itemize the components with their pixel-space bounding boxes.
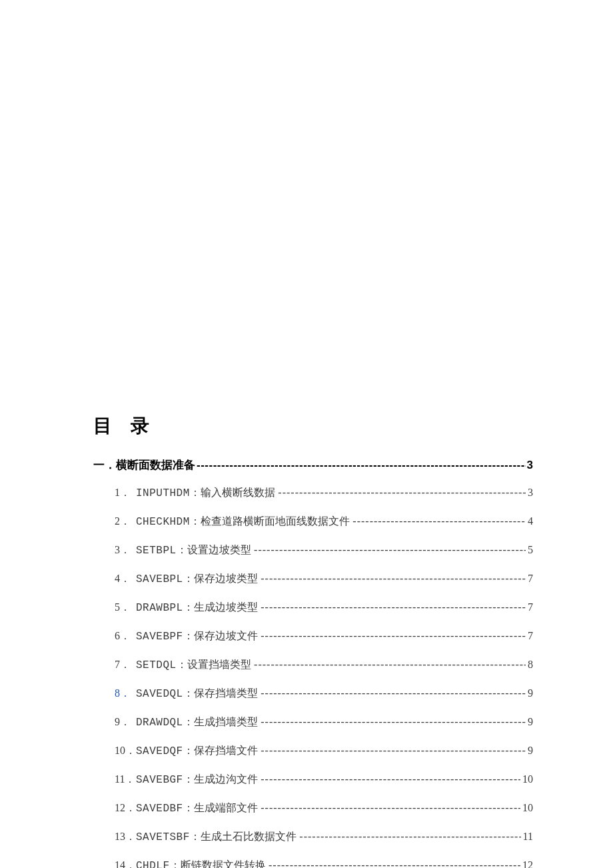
toc-item-description: 保存边坡类型 bbox=[194, 572, 258, 586]
toc-item-description: 保存挡墙文件 bbox=[194, 744, 258, 758]
toc-item-number: 7． bbox=[115, 658, 136, 672]
toc-item-command: SETBPL： bbox=[136, 543, 187, 557]
toc-item-number: 11． bbox=[115, 773, 136, 787]
toc-item-page: 5 bbox=[528, 544, 533, 556]
toc-item-command: SAVEDQF： bbox=[136, 744, 194, 758]
toc-item-row[interactable]: 3．SETBPL：设置边坡类型5 bbox=[115, 543, 533, 557]
toc-item-leader bbox=[254, 659, 526, 671]
toc-item-leader bbox=[278, 487, 526, 499]
toc-item-description: 保存边坡文件 bbox=[194, 629, 258, 643]
toc-item-page: 7 bbox=[528, 630, 533, 642]
toc-item-leader bbox=[261, 630, 526, 642]
toc-item-leader bbox=[352, 515, 526, 527]
toc-item-page: 8 bbox=[528, 659, 533, 671]
toc-item-description: 生成边坡类型 bbox=[194, 601, 258, 615]
toc-item-number: 5． bbox=[115, 601, 136, 615]
toc-item-number: 6． bbox=[115, 629, 136, 643]
toc-item-row[interactable]: 9．DRAWDQL：生成挡墙类型9 bbox=[115, 715, 533, 729]
toc-item-description: 设置边坡类型 bbox=[187, 543, 251, 557]
toc-item-command: SAVEBGF： bbox=[136, 773, 194, 787]
toc-title: 目录 bbox=[93, 413, 533, 439]
toc-item-page: 9 bbox=[528, 745, 533, 757]
toc-section-leader bbox=[197, 459, 526, 472]
toc-item-number: 9． bbox=[115, 715, 136, 729]
toc-section-row[interactable]: 一．横断面数据准备 3 bbox=[93, 457, 533, 473]
toc-section-page: 3 bbox=[527, 459, 533, 472]
toc-item-command: SETDQL： bbox=[136, 658, 187, 672]
toc-item-row[interactable]: 2．CHECKHDM：检查道路横断面地面线数据文件4 bbox=[115, 515, 533, 529]
toc-item-page: 4 bbox=[528, 515, 533, 527]
toc-item-command: CHECKHDM： bbox=[136, 515, 201, 529]
toc-item-leader bbox=[261, 802, 520, 814]
toc-item-number: 2． bbox=[115, 515, 136, 529]
toc-item-number: 12． bbox=[115, 801, 136, 815]
toc-item-page: 9 bbox=[528, 716, 533, 728]
toc-item-description: 生成挡墙类型 bbox=[194, 715, 258, 729]
page: 目录 一．横断面数据准备 3 1．INPUTHDM：输入横断线数据32．CHEC… bbox=[0, 0, 613, 868]
toc-item-leader bbox=[299, 831, 520, 843]
toc-item-row[interactable]: 6．SAVEBPF：保存边坡文件7 bbox=[115, 629, 533, 643]
toc-item-row[interactable]: 8．SAVEDQL：保存挡墙类型9 bbox=[115, 687, 533, 701]
toc-item-row[interactable]: 1．INPUTHDM：输入横断线数据3 bbox=[115, 486, 533, 500]
toc-item-page: 7 bbox=[528, 601, 533, 613]
toc-item-command: INPUTHDM： bbox=[136, 486, 201, 500]
toc-item-page: 10 bbox=[522, 773, 533, 785]
toc-item-leader bbox=[261, 601, 526, 613]
toc-item-leader bbox=[261, 745, 526, 757]
toc-item-page: 7 bbox=[528, 573, 533, 585]
toc-item-page: 10 bbox=[522, 802, 533, 814]
toc-item-page: 12 bbox=[522, 859, 533, 868]
toc-item-leader bbox=[254, 544, 526, 556]
toc-item-description: 生成土石比数据文件 bbox=[201, 830, 297, 844]
toc-item-leader bbox=[261, 573, 526, 585]
toc-item-number: 10． bbox=[115, 744, 136, 758]
toc-item-command: DRAWDQL： bbox=[136, 715, 194, 729]
toc-section-label: 一．横断面数据准备 bbox=[93, 457, 195, 473]
toc-item-page: 9 bbox=[528, 687, 533, 699]
toc-item-number: 4． bbox=[115, 572, 136, 586]
toc-item-page: 11 bbox=[523, 831, 533, 843]
toc-item-command: SAVEDBF： bbox=[136, 801, 194, 815]
toc-item-row[interactable]: 10．SAVEDQF：保存挡墙文件9 bbox=[115, 744, 533, 758]
toc-item-description: 输入横断线数据 bbox=[201, 486, 275, 500]
toc-item-leader bbox=[261, 716, 526, 728]
toc-item-page: 3 bbox=[528, 487, 533, 499]
toc-item-row[interactable]: 11．SAVEBGF：生成边沟文件10 bbox=[115, 773, 533, 787]
toc-item-number: 3． bbox=[115, 543, 136, 557]
toc-item-command: DRAWBPL： bbox=[136, 601, 194, 615]
toc-item-description: 保存挡墙类型 bbox=[194, 687, 258, 701]
toc-item-description: 生成端部文件 bbox=[194, 801, 258, 815]
toc-item-row[interactable]: 7．SETDQL：设置挡墙类型8 bbox=[115, 658, 533, 672]
toc-item-command: SAVEBPL： bbox=[136, 572, 194, 586]
toc-item-number: 8． bbox=[115, 687, 136, 701]
toc-item-command: SAVEBPF： bbox=[136, 629, 194, 643]
toc-item-number: 13． bbox=[115, 830, 136, 844]
toc-item-leader bbox=[269, 859, 520, 868]
toc-item-command: SAVETSBF： bbox=[136, 830, 201, 844]
toc-item-leader bbox=[261, 687, 526, 699]
toc-item-description: 设置挡墙类型 bbox=[187, 658, 251, 672]
toc-items: 1．INPUTHDM：输入横断线数据32．CHECKHDM：检查道路横断面地面线… bbox=[93, 486, 533, 868]
toc-item-row[interactable]: 4．SAVEBPL：保存边坡类型7 bbox=[115, 572, 533, 586]
toc-item-number: 14． bbox=[115, 859, 136, 868]
toc-item-command: SAVEDQL： bbox=[136, 687, 194, 701]
toc-item-row[interactable]: 13．SAVETSBF：生成土石比数据文件11 bbox=[115, 830, 533, 844]
toc-item-description: 断链数据文件转换 bbox=[181, 859, 266, 868]
toc-item-row[interactable]: 5．DRAWBPL：生成边坡类型7 bbox=[115, 601, 533, 615]
toc-item-command: CHDLF： bbox=[136, 859, 181, 868]
toc-item-leader bbox=[261, 773, 520, 785]
toc-item-description: 检查道路横断面地面线数据文件 bbox=[201, 515, 350, 529]
toc-item-description: 生成边沟文件 bbox=[194, 773, 258, 787]
toc-item-number: 1． bbox=[115, 486, 136, 500]
toc-item-row[interactable]: 14．CHDLF：断链数据文件转换12 bbox=[115, 859, 533, 868]
toc-item-row[interactable]: 12．SAVEDBF：生成端部文件10 bbox=[115, 801, 533, 815]
